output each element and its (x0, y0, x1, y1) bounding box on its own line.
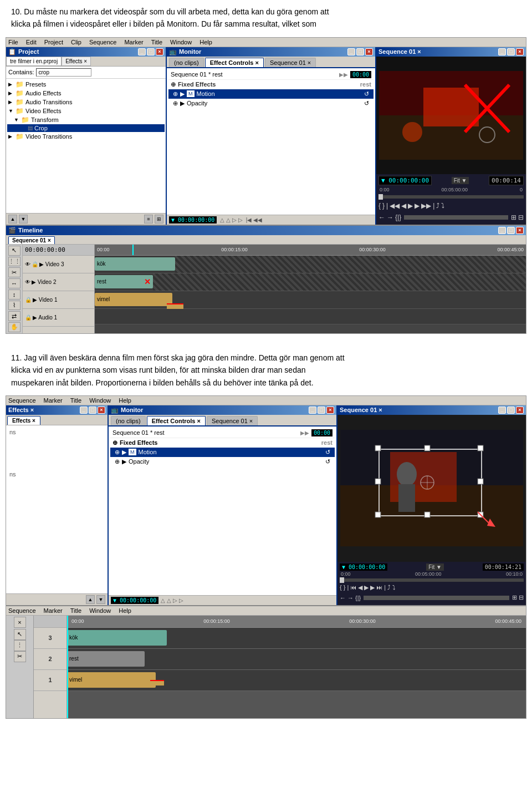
tree-item-video-transitions[interactable]: ▶ 📁 Video Transitions (7, 132, 165, 141)
tree-item-audio-transitions[interactable]: ▶ 📁 Audio Transitions (7, 98, 165, 106)
ss2-vc-scrubbar[interactable] (340, 578, 524, 582)
ss2-btn-r3[interactable]: {|} (355, 595, 361, 601)
tree-item-transform[interactable]: ▼ 📁 Transform (7, 115, 165, 124)
timeline-minimize-btn[interactable]: _ (498, 227, 506, 234)
motion-reset-icon[interactable]: ↺ (364, 90, 369, 98)
ss2-btn-mark-out[interactable]: } (344, 584, 346, 591)
ss2-opacity-toggle[interactable]: ⊕ (115, 458, 120, 465)
tool-razor[interactable]: ⌇ (8, 301, 21, 311)
ss2-tab-effect-controls[interactable]: Effect Controls × (147, 416, 206, 425)
project-maximize-btn[interactable]: □ (147, 48, 155, 55)
tool-rate[interactable]: ↕ (8, 290, 21, 299)
vc-btn-ff[interactable]: ▶▶ (421, 202, 431, 210)
pb-icon-1[interactable]: ▲ (8, 215, 17, 224)
ss2-tab-effects[interactable]: Effects × (7, 416, 40, 425)
timeline-tab-seq01[interactable]: Sequence 01 × (8, 236, 55, 244)
vc-btn-extra1[interactable]: {|} (395, 214, 401, 221)
ss2-btn-step-back[interactable]: ◀ (358, 584, 362, 591)
menu-edit[interactable]: Edit (26, 39, 37, 45)
ss2-opacity-reset[interactable]: ↺ (325, 458, 330, 465)
track-eye-video3[interactable]: 👁 (25, 261, 30, 267)
tl2-tool-4[interactable]: ✂ (14, 651, 26, 662)
menu-project[interactable]: Project (44, 39, 63, 45)
ss2-motion-reset[interactable]: ↺ (325, 449, 330, 456)
tool-hand[interactable]: ✋ (8, 322, 21, 332)
menu-sequence[interactable]: Sequence (89, 39, 117, 45)
ss2-vc-scrub-handle[interactable] (340, 577, 344, 583)
ss2-btn-in-pt[interactable]: ⤴ (387, 584, 391, 591)
ss2-btn-mark-in[interactable]: { (340, 584, 342, 591)
ss2-menu-sequence[interactable]: Sequence (8, 397, 36, 404)
ec-motion-row[interactable]: ⊕ ▶ M Motion ↺ (168, 89, 374, 99)
tree-item-video-effects[interactable]: ▼ 📁 Video Effects (7, 106, 165, 115)
vc-btn-step-fwd[interactable]: ▶ (415, 202, 420, 210)
track-lock-video1[interactable]: 🔒 (25, 297, 32, 303)
pb-icon-list[interactable]: ≡ (144, 215, 153, 224)
ss2-btn-output[interactable]: ⊟ (519, 594, 524, 601)
vc-scrubbar[interactable] (378, 195, 524, 199)
project-tab-effects[interactable]: Effects × (62, 57, 91, 66)
timeline-close-btn[interactable]: × (516, 227, 524, 234)
ss2-monitor-close[interactable]: × (326, 407, 334, 414)
video-close-btn[interactable]: × (516, 48, 524, 55)
ss2-opacity-expand[interactable]: ▶ (122, 458, 126, 465)
track-lock-video3[interactable]: 🔒 (32, 261, 38, 267)
tl2-tool-3[interactable]: ⋮ (14, 640, 26, 651)
menu-marker[interactable]: Marker (124, 39, 143, 45)
vc-btn-rewind[interactable]: ◀◀ (390, 202, 400, 210)
ss2-motion-expand[interactable]: ▶ (122, 449, 126, 456)
ss2-ec-motion[interactable]: ⊕ ▶ M Motion ↺ (110, 448, 335, 457)
vc-btn-output[interactable]: ⊟ (518, 214, 524, 221)
vc-btn-mark-out[interactable]: → (387, 214, 393, 221)
ss2-menu-title[interactable]: Title (70, 397, 81, 404)
monitor-tab-effect-controls[interactable]: Effect Controls × (205, 58, 264, 67)
ss2-btn-play[interactable]: ▶ (364, 584, 369, 591)
vc-btn-next-mark[interactable]: } (382, 202, 385, 210)
tl2-menu-help[interactable]: Help (119, 607, 131, 614)
tl2-tool-1[interactable]: × (14, 617, 26, 628)
tree-item-audio-effects[interactable]: ▶ 📁 Audio Effects (7, 89, 165, 98)
monitor-close-btn[interactable]: × (365, 48, 373, 55)
clip-rest[interactable]: rest ✕ (95, 275, 153, 288)
tl2-tool-2[interactable]: ↖ (14, 629, 26, 640)
tool-ripple[interactable]: ✂ (8, 267, 21, 277)
opacity-reset[interactable]: ↺ (364, 100, 369, 107)
tool-rolling[interactable]: ↔ (8, 278, 21, 288)
ss2-effects-min[interactable]: _ (80, 407, 88, 414)
contains-input[interactable] (36, 68, 91, 77)
vc-btn-safe[interactable]: ⊞ (511, 214, 516, 221)
ss2-btn-out-pt[interactable]: ⤵ (392, 584, 396, 591)
pb-icon-grid[interactable]: ⊞ (155, 215, 163, 224)
tree-item-crop[interactable]: ▤ Crop (7, 124, 165, 132)
monitor-maximize-btn[interactable]: □ (356, 48, 364, 55)
ss2-btn-prev[interactable]: ⏮ (350, 584, 356, 591)
ss2-btn-safe[interactable]: ⊞ (512, 594, 517, 601)
clip-vimel[interactable]: vimel (95, 293, 172, 306)
tl2-clip-vimel[interactable]: vimel (67, 672, 156, 688)
ss2-monitor-min[interactable]: _ (309, 407, 316, 414)
ss2-btn-r2[interactable]: → (347, 595, 354, 601)
ss2-video-max[interactable]: □ (507, 407, 515, 414)
monitor-minimize-btn[interactable]: _ (347, 48, 355, 55)
vc-btn-mark-in[interactable]: ← (378, 214, 385, 221)
tree-item-presets[interactable]: ▶ 📁 Presets (7, 80, 165, 89)
timeline-maximize-btn[interactable]: □ (507, 227, 515, 234)
video-maximize-btn[interactable]: □ (507, 48, 515, 55)
pb-icon-2[interactable]: ▼ (19, 215, 28, 224)
tool-selection[interactable]: ↖ (8, 246, 21, 256)
monitor-tab-noclips[interactable]: (no clips) (169, 58, 204, 67)
project-close-btn[interactable]: × (156, 48, 163, 55)
vc-btn-in[interactable]: ⤴ (436, 202, 439, 210)
ss2-monitor-max[interactable]: □ (318, 407, 325, 414)
menu-window[interactable]: Window (170, 39, 192, 45)
vc-btn-out[interactable]: ⤵ (441, 202, 444, 210)
vc-btn-play[interactable]: ▶ (408, 202, 413, 210)
tl2-menu-title[interactable]: Title (70, 607, 81, 614)
ss2-pb-icon-1[interactable]: ▲ (86, 595, 95, 604)
vc-fit-dropdown[interactable]: Fit ▼ (452, 177, 469, 184)
motion-toggle[interactable]: ⊕ (173, 90, 178, 98)
tl2-clip-kok[interactable]: kök (67, 630, 167, 646)
ss2-vc-fit[interactable]: Fit ▼ (426, 563, 444, 571)
ss2-menu-marker[interactable]: Marker (44, 397, 63, 404)
track-eye-video2[interactable]: 👁 (25, 279, 30, 285)
